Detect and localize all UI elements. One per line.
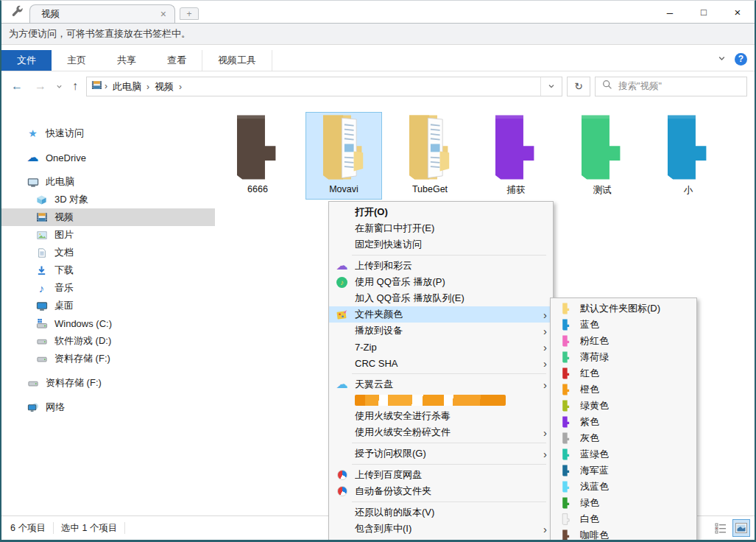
sidebar-item-label: 图片 (54, 228, 74, 242)
sidebar-item[interactable]: 此电脑 (1, 173, 215, 191)
context-menu-item[interactable]: 加入 QQ音乐 播放队列(E) › (329, 290, 553, 306)
help-icon[interactable]: ? (735, 53, 747, 66)
folder-tile[interactable]: Movavi (305, 112, 382, 200)
context-menu-item[interactable]: 还原以前的版本(V) › (329, 504, 553, 521)
color-folder-icon (559, 513, 572, 526)
sidebar-item[interactable]: 软件游戏 (D:) (1, 332, 215, 350)
sidebar-item[interactable]: 文档 (1, 244, 215, 261)
color-option[interactable]: 红色 (551, 365, 696, 381)
color-option[interactable]: 灰色 (551, 430, 696, 446)
window-controls: – □ × (653, 1, 755, 23)
sidebar-item[interactable]: ★ 快速访问 (1, 124, 215, 142)
context-menu-item[interactable]: 7-Zip › (329, 339, 553, 355)
breadcrumb-segment[interactable]: 视频 (152, 81, 177, 92)
context-menu-item[interactable]: 使用火绒安全进行杀毒 › (329, 408, 553, 424)
color-option[interactable]: 蓝色 (551, 317, 696, 333)
context-menu-item[interactable]: 自动备份该文件夹 › (329, 483, 553, 499)
context-menu-item[interactable]: 包含到库中(I) › (329, 521, 553, 537)
context-menu-item[interactable]: 授予访问权限(G) › (329, 446, 553, 462)
menu-separator (352, 464, 546, 465)
color-option[interactable]: 绿黄色 (551, 398, 696, 414)
new-tab-button[interactable]: + (180, 7, 199, 20)
onedrive-icon: ☁ (27, 152, 39, 163)
color-option[interactable]: 咖啡色 (551, 527, 696, 542)
color-option[interactable]: 紫色 (551, 414, 696, 430)
context-menu-item[interactable]: 文件夹颜色 › (329, 306, 553, 323)
breadcrumb[interactable]: › 此电脑›视频› (86, 77, 562, 96)
sidebar-item[interactable]: ♪ 音乐 (1, 279, 215, 297)
sidebar-item[interactable]: Windows (C:) (1, 314, 215, 332)
maximize-button[interactable]: □ (687, 1, 721, 23)
tab-close-icon[interactable]: × (158, 8, 169, 20)
context-menu-item[interactable]: CRC SHA › (329, 355, 553, 371)
folder-tile[interactable]: 6666 (219, 112, 296, 200)
promo-banner-item[interactable] (329, 393, 553, 408)
sidebar-item[interactable]: 资料存储 (F:) (1, 374, 215, 392)
color-option-label: 蓝绿色 (580, 448, 690, 461)
minimize-button[interactable]: – (653, 1, 687, 23)
bookmark-hint-bar: 为方便访问，可将书签直接放在书签栏中。 (1, 23, 755, 45)
context-menu-item-label: 使用火绒安全粉碎文件 (355, 426, 537, 439)
context-menu-item[interactable]: 在新窗口中打开(E) › (329, 220, 553, 236)
context-menu-item[interactable]: 播放到设备 › (329, 323, 553, 339)
back-button[interactable]: ← (7, 80, 27, 93)
color-option[interactable]: 薄荷绿 (551, 349, 696, 365)
color-option[interactable]: 默认文件夹图标(D) (551, 300, 696, 317)
ribbon-tab[interactable]: 查看 (152, 50, 202, 71)
sidebar-item[interactable]: 3D 对象 (1, 191, 215, 208)
color-option[interactable]: 蓝绿色 (551, 446, 696, 462)
sidebar-item[interactable]: ☁ OneDrive (1, 149, 215, 166)
breadcrumb-segment[interactable]: 此电脑 (110, 81, 144, 92)
ribbon-expand-chevron-icon[interactable] (718, 52, 726, 66)
crumb-separator: › (144, 82, 152, 92)
forward-button[interactable]: → (31, 80, 50, 93)
submenu-arrow-icon: › (543, 341, 547, 353)
ribbon-tab[interactable]: 文件 (1, 50, 52, 71)
refresh-button[interactable]: ↻ (567, 77, 590, 96)
sidebar-item-label: 3D 对象 (54, 193, 88, 206)
color-folder-icon (559, 465, 572, 477)
color-option[interactable]: 绿色 (551, 495, 696, 511)
color-option[interactable]: 白色 (551, 511, 696, 527)
color-option[interactable]: 橙色 (551, 381, 696, 398)
sidebar-item-label: OneDrive (46, 152, 86, 163)
large-icons-view-button[interactable] (732, 519, 750, 537)
context-menu-item[interactable]: 固定到快速访问 › (329, 236, 553, 253)
color-option[interactable]: 粉红色 (551, 333, 696, 349)
context-menu-item[interactable]: 上传到百度网盘 › (329, 467, 553, 483)
context-menu-item[interactable]: 固定到"开始"屏幕(P) › (329, 537, 553, 542)
context-menu-item[interactable]: 使用火绒安全粉碎文件 › (329, 424, 553, 440)
folder-name: 捕获 (507, 184, 526, 197)
search-input[interactable]: 搜索"视频" (595, 77, 747, 96)
folder-tile[interactable]: 测试 (564, 112, 640, 200)
folder-tile[interactable]: TubeGet (392, 112, 468, 200)
folder-grid: 6666 Movavi TubeGet 捕获 测试 (215, 102, 755, 200)
ribbon-tab[interactable]: 共享 (102, 50, 152, 71)
recent-locations-chevron-icon[interactable] (54, 83, 64, 90)
folder-tile[interactable]: 小 (650, 112, 727, 200)
close-button[interactable]: × (721, 1, 755, 23)
sidebar-item[interactable]: 图片 (1, 226, 215, 244)
sidebar-item[interactable]: 下载 (1, 261, 215, 279)
context-menu-item[interactable]: ☁ 天翼云盘 › (329, 376, 553, 393)
details-view-button[interactable] (712, 519, 729, 537)
clover-settings-button[interactable] (9, 4, 25, 21)
up-button[interactable]: ↑ (68, 80, 82, 93)
address-dropdown-chevron-icon[interactable] (540, 77, 562, 96)
color-option[interactable]: 浅蓝色 (551, 479, 696, 495)
ribbon-tabs: 文件 主页 共享 查看 视频工具 (1, 50, 272, 71)
folder-icon (658, 113, 718, 182)
folder-tile[interactable]: 捕获 (478, 112, 554, 200)
color-option-label: 白色 (580, 513, 690, 526)
sidebar-item[interactable]: 桌面 (1, 297, 215, 314)
color-option[interactable]: 海军蓝 (551, 462, 696, 479)
sidebar-item[interactable]: 网络 (1, 398, 215, 416)
sidebar-item[interactable]: 资料存储 (F:) (1, 350, 215, 367)
context-menu-item[interactable]: ☁ 上传到和彩云 › (329, 258, 553, 274)
sidebar-item[interactable]: 视频 (1, 208, 215, 226)
ribbon-tab[interactable]: 主页 (52, 50, 102, 71)
ribbon-tab[interactable]: 视频工具 (202, 50, 272, 71)
context-menu-item[interactable]: 打开(O) › (329, 204, 553, 220)
context-menu-item[interactable]: ♪ 使用 QQ音乐 播放(P) › (329, 274, 553, 290)
explorer-tab[interactable]: 视频 × (29, 4, 175, 23)
